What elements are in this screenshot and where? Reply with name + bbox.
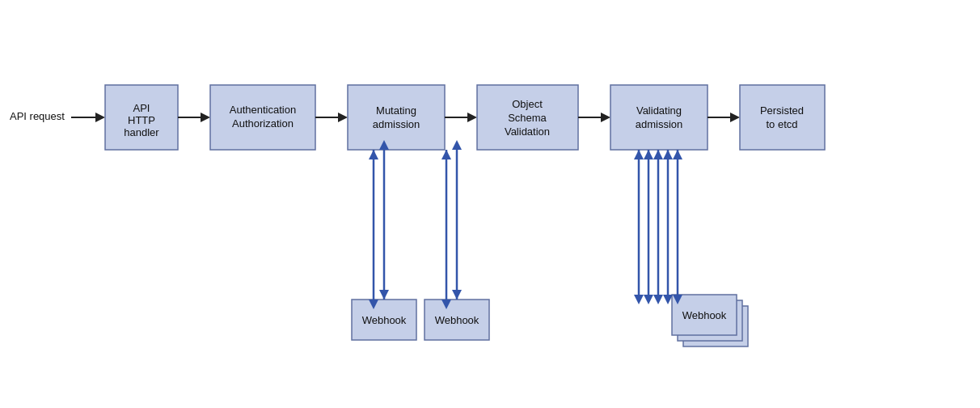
webhook-val-shadow-1 bbox=[678, 300, 742, 341]
svg-text:admission: admission bbox=[636, 118, 683, 130]
svg-marker-32 bbox=[379, 140, 389, 150]
svg-marker-54 bbox=[673, 295, 682, 304]
svg-text:Webhook: Webhook bbox=[435, 314, 479, 326]
svg-text:Validating: Validating bbox=[636, 104, 682, 117]
svg-text:Webhook: Webhook bbox=[682, 309, 727, 321]
svg-marker-43 bbox=[634, 150, 644, 159]
box-validating bbox=[610, 85, 708, 150]
svg-marker-45 bbox=[644, 295, 653, 304]
svg-text:Persisted: Persisted bbox=[760, 104, 804, 117]
svg-marker-52 bbox=[663, 150, 673, 159]
flow-diagram: API request API HTTP handler Authenticat… bbox=[0, 0, 980, 408]
box-mutating bbox=[348, 85, 445, 150]
svg-text:admission: admission bbox=[373, 118, 420, 130]
diagram: API request API HTTP handler Authenticat… bbox=[0, 0, 980, 408]
svg-text:Webhook: Webhook bbox=[362, 314, 407, 326]
svg-text:Object: Object bbox=[512, 98, 543, 110]
svg-marker-29 bbox=[369, 300, 378, 309]
svg-marker-19 bbox=[601, 113, 610, 122]
svg-text:Mutating: Mutating bbox=[376, 104, 416, 117]
svg-marker-36 bbox=[441, 150, 451, 159]
webhook-mut-2 bbox=[425, 300, 489, 340]
svg-marker-14 bbox=[467, 113, 477, 122]
svg-text:to etcd: to etcd bbox=[766, 118, 797, 130]
svg-text:Authorization: Authorization bbox=[232, 117, 294, 130]
svg-marker-6 bbox=[201, 113, 210, 122]
svg-marker-10 bbox=[338, 113, 348, 122]
webhook-val-main bbox=[672, 295, 737, 335]
svg-marker-42 bbox=[634, 295, 644, 304]
svg-text:handler: handler bbox=[124, 126, 159, 138]
svg-text:Schema: Schema bbox=[508, 112, 547, 124]
box-api-http bbox=[105, 85, 178, 150]
svg-marker-35 bbox=[441, 300, 451, 309]
svg-marker-23 bbox=[730, 113, 740, 122]
webhook-val-shadow-2 bbox=[683, 306, 748, 346]
svg-marker-33 bbox=[379, 290, 389, 300]
api-request-label: API request bbox=[10, 110, 65, 122]
svg-marker-1 bbox=[95, 113, 105, 122]
svg-marker-55 bbox=[673, 150, 682, 159]
svg-text:Validation: Validation bbox=[505, 125, 550, 138]
svg-marker-48 bbox=[653, 295, 663, 304]
webhook-mut-1 bbox=[352, 300, 416, 340]
svg-marker-49 bbox=[653, 150, 663, 159]
svg-marker-38 bbox=[452, 140, 462, 150]
svg-marker-39 bbox=[452, 290, 462, 300]
svg-text:Authentication: Authentication bbox=[230, 104, 296, 116]
svg-marker-30 bbox=[369, 150, 378, 159]
svg-text:API: API bbox=[133, 102, 150, 114]
svg-marker-51 bbox=[663, 295, 673, 304]
box-auth bbox=[210, 85, 315, 150]
svg-marker-46 bbox=[644, 150, 653, 159]
svg-text:HTTP: HTTP bbox=[128, 114, 155, 126]
box-schema bbox=[477, 85, 578, 150]
box-etcd bbox=[740, 85, 825, 150]
